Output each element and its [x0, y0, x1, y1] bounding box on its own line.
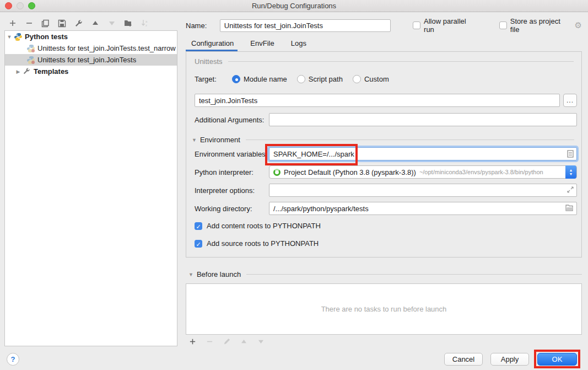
working-directory-value: /.../spark/python/pyspark/tests [273, 205, 369, 213]
remove-icon[interactable] [24, 19, 34, 28]
environment-variables-input[interactable]: SPARK_HOME=/.../spark [269, 147, 577, 160]
edit-variables-icon[interactable] [567, 150, 574, 159]
interpreter-options-label: Interpreter options: [195, 186, 269, 195]
new-folder-icon[interactable] [123, 19, 133, 28]
tab-logs[interactable]: Logs [291, 37, 306, 52]
save-icon[interactable] [57, 19, 67, 28]
remove-icon [205, 337, 214, 346]
tree-item-test-narrow[interactable]: Unittests for test_join.JoinTests.test_n… [5, 42, 177, 54]
allow-parallel-run-checkbox[interactable]: Allow parallel run [413, 17, 477, 34]
checkbox-unchecked-icon[interactable] [499, 22, 507, 29]
checkbox-checked-icon[interactable]: ✓ [195, 240, 202, 248]
svg-text:a: a [145, 20, 148, 23]
working-directory-input[interactable]: /.../spark/python/pyspark/tests [269, 202, 577, 215]
environment-section-header[interactable]: ▼ Environment [192, 136, 574, 144]
environment-variables-label: Environment variables: [195, 150, 269, 158]
close-window-button[interactable] [5, 2, 12, 9]
copy-icon[interactable] [41, 19, 50, 28]
before-launch-section-header[interactable]: ▼ Before launch [188, 270, 582, 278]
svg-text:z: z [145, 24, 147, 27]
interpreter-value: Project Default (Python 3.8 (pyspark-3.8… [284, 168, 416, 176]
radio-script-path[interactable]: Script path [297, 75, 343, 83]
name-label: Name: [186, 22, 220, 30]
window-controls [5, 2, 35, 9]
target-label: Target: [195, 75, 232, 83]
gear-icon[interactable]: ⚙ [575, 20, 582, 30]
tree-item-python-tests[interactable]: ▼ Python tests [5, 31, 177, 42]
chevron-down-icon[interactable]: ▼ [188, 272, 193, 277]
before-launch-task-list[interactable]: There are no tasks to run before launch [186, 283, 582, 335]
window-title: Run/Debug Configurations [252, 2, 336, 10]
python-interpreter-select[interactable]: Project Default (Python 3.8 (pyspark-3.8… [269, 165, 577, 179]
environment-variables-value: SPARK_HOME=/.../spark [273, 150, 354, 158]
add-source-roots-label: Add source roots to PYTHONPATH [207, 239, 319, 248]
radio-custom[interactable]: Custom [353, 75, 389, 83]
chevron-down-icon[interactable]: ▼ [192, 137, 197, 143]
move-up-icon[interactable] [90, 19, 100, 28]
interpreter-path: ~/opt/miniconda3/envs/pyspark-3.8/bin/py… [419, 169, 543, 175]
name-row: Name: Allow parallel run Store as projec… [186, 19, 582, 32]
add-content-roots-checkbox[interactable]: ✓ Add content roots to PYTHONPATH [195, 222, 321, 230]
add-content-roots-label: Add content roots to PYTHONPATH [207, 222, 321, 230]
target-row: Target: Module name Script path Custom [195, 75, 399, 83]
tree-item-label: Unittests for test_join.JoinTests [37, 56, 136, 64]
radio-unselected-icon[interactable] [297, 75, 305, 83]
zoom-window-button[interactable] [28, 2, 35, 9]
additional-arguments-row: Additional Arguments: [195, 113, 577, 126]
configurations-tree: ▼ Python tests Unittests for test_join.J… [4, 30, 177, 346]
module-row: ... [195, 94, 577, 107]
add-icon[interactable] [188, 337, 197, 346]
environment-section-title: Environment [200, 136, 240, 144]
python-test-icon [26, 56, 35, 65]
empty-tasks-message: There are no tasks to run before launch [321, 305, 447, 313]
add-icon[interactable] [8, 19, 17, 28]
wrench-icon[interactable] [74, 19, 83, 28]
allow-parallel-run-label: Allow parallel run [424, 17, 477, 34]
tree-item-jointests-selected[interactable]: Unittests for test_join.JoinTests [5, 54, 177, 66]
radio-selected-icon[interactable] [232, 75, 240, 83]
folder-icon[interactable] [565, 205, 574, 213]
checkbox-checked-icon[interactable]: ✓ [195, 222, 202, 230]
chevron-down-icon[interactable]: ▼ [5, 34, 14, 40]
dropdown-stepper-icon[interactable]: ▲▼ [565, 165, 576, 179]
radio-module-name[interactable]: Module name [232, 75, 287, 83]
working-directory-label: Working directory: [195, 205, 269, 213]
checkbox-unchecked-icon[interactable] [413, 22, 420, 29]
module-name-input[interactable] [195, 94, 560, 107]
wrench-icon [23, 67, 31, 76]
move-up-icon [239, 337, 249, 346]
tree-item-templates[interactable]: ▶ Templates [5, 66, 177, 77]
minimize-window-button [17, 2, 24, 9]
add-source-roots-checkbox[interactable]: ✓ Add source roots to PYTHONPATH [195, 239, 319, 248]
tab-envfile[interactable]: EnvFile [250, 37, 274, 52]
additional-arguments-input[interactable] [269, 113, 577, 126]
move-down-icon [256, 337, 266, 346]
ok-button[interactable]: OK [537, 353, 577, 366]
python-interpreter-label: Python interpreter: [195, 168, 269, 176]
edit-icon [222, 337, 231, 346]
interpreter-options-row: Interpreter options: [195, 184, 577, 197]
chevron-right-icon[interactable]: ▶ [14, 69, 23, 74]
environment-variables-row: Environment variables: SPARK_HOME=/.../s… [195, 147, 577, 160]
radio-label: Custom [364, 75, 389, 83]
browse-button[interactable]: ... [563, 94, 577, 107]
cancel-button[interactable]: Cancel [444, 353, 483, 366]
name-input[interactable] [220, 19, 391, 32]
store-as-project-file-checkbox[interactable]: Store as project file [499, 17, 570, 34]
radio-label: Script path [309, 75, 343, 83]
tree-item-label: Python tests [25, 33, 68, 41]
apply-button[interactable]: Apply [490, 353, 529, 366]
divider [246, 140, 574, 140]
expand-icon[interactable] [567, 186, 574, 195]
help-button[interactable]: ? [7, 353, 19, 366]
interpreter-options-input[interactable] [269, 184, 577, 197]
python-interpreter-row: Python interpreter: Project Default (Pyt… [195, 165, 577, 179]
radio-unselected-icon[interactable] [353, 75, 361, 83]
store-as-project-file-label: Store as project file [510, 17, 570, 34]
before-launch-toolbar [188, 337, 266, 346]
python-test-icon [26, 44, 35, 53]
python-icon [14, 33, 23, 41]
radio-label: Module name [244, 75, 287, 83]
conda-icon [273, 169, 280, 176]
configuration-panel: Unittests Target: Module name Script pat… [186, 51, 582, 258]
